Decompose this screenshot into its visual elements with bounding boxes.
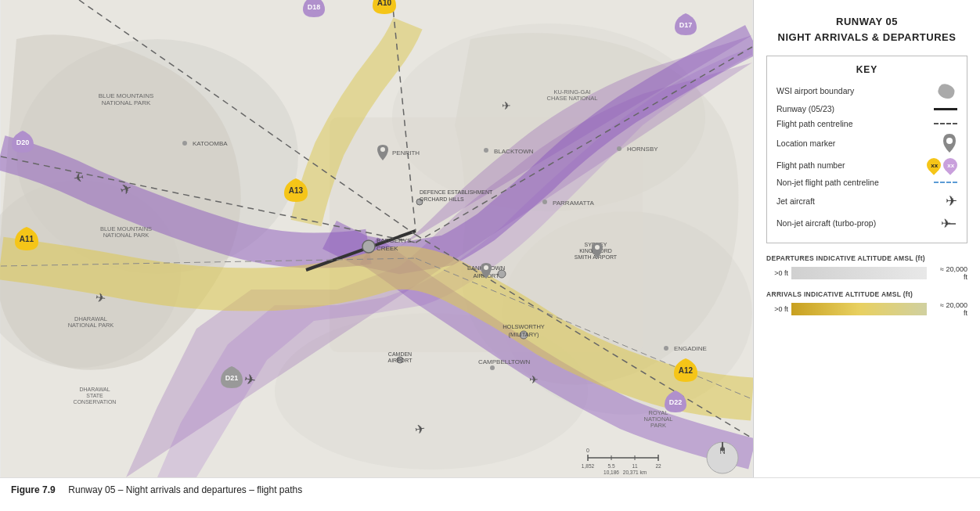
svg-text:CAMDEN: CAMDEN	[388, 351, 412, 357]
svg-point-98	[946, 138, 953, 144]
svg-text:11: 11	[632, 463, 638, 469]
svg-point-57	[484, 148, 488, 153]
key-icon-boundary	[918, 83, 957, 99]
svg-point-71	[484, 265, 488, 270]
figure-text: Runway 05 – Night arrivals and departure…	[68, 484, 302, 495]
key-icon-nonjet-centreline	[918, 182, 957, 183]
svg-text:PARRAMATTA: PARRAMATTA	[553, 200, 595, 207]
svg-text:22: 22	[655, 463, 661, 469]
arrivals-header: ARRIVALS INDICATIVE ALTITUDE AMSL (ft)	[766, 290, 967, 298]
departures-altitude: DEPARTURES INDICATIVE ALTITUDE AMSL (ft)…	[766, 254, 967, 282]
svg-point-53	[542, 200, 547, 204]
departures-header: DEPARTURES INDICATIVE ALTITUDE AMSL (ft)	[766, 254, 967, 262]
svg-text:ORCHARD HILLS: ORCHARD HILLS	[420, 196, 464, 202]
key-row-location: Location marker	[776, 134, 957, 153]
svg-text:ENGADINE: ENGADINE	[674, 345, 707, 352]
svg-text:0: 0	[586, 448, 589, 453]
svg-text:1,852: 1,852	[582, 463, 595, 469]
svg-text:D20: D20	[16, 139, 30, 146]
key-label-runway: Runway (05/23)	[776, 104, 918, 113]
arrivals-altitude: ARRIVALS INDICATIVE ALTITUDE AMSL (ft) >…	[766, 290, 967, 318]
svg-text:10,186: 10,186	[603, 470, 619, 475]
svg-text:(MILITARY): (MILITARY)	[509, 331, 539, 338]
departures-label-left: >0 ft	[766, 269, 788, 277]
svg-text:A11: A11	[20, 235, 34, 243]
key-row-boundary: WSI airport boundary	[776, 83, 957, 99]
key-icon-nonjet: ✈	[918, 215, 957, 231]
svg-text:STATE: STATE	[86, 393, 103, 398]
key-label-location: Location marker	[776, 139, 918, 148]
arrivals-label-right: ≈ 20,000ft	[930, 301, 967, 317]
svg-text:A10: A10	[377, 0, 392, 7]
arrivals-bar-row: >0 ft ≈ 20,000ft	[766, 301, 967, 317]
svg-text:HORNSBY: HORNSBY	[627, 146, 658, 153]
key-title: KEY	[776, 64, 957, 75]
svg-text:5.5: 5.5	[607, 463, 614, 469]
svg-point-61	[664, 346, 668, 351]
svg-text:NATIONAL PARK: NATIONAL PARK	[68, 322, 114, 329]
map-section: BADGERYS CREEK BANKSTOWN AIRPORT SYDNEY …	[0, 0, 753, 477]
svg-text:PARK: PARK	[650, 422, 666, 429]
svg-point-72	[595, 245, 600, 250]
panel-title-line1: RUNWAY 05	[766, 14, 967, 30]
departures-bar-row: >0 ft ≈ 20,000ft	[766, 265, 967, 281]
svg-text:D22: D22	[669, 398, 683, 406]
svg-text:CREEK: CREEK	[377, 245, 398, 252]
svg-point-55	[617, 146, 622, 151]
jet-icon: ✈	[946, 193, 957, 210]
arrivals-bar	[791, 303, 927, 315]
svg-text:AIRPORT: AIRPORT	[388, 358, 413, 363]
key-row-nonjet-centreline: Non-jet flight path centreline	[776, 178, 957, 187]
figure-label: Figure 7.9	[11, 484, 56, 495]
caption-row: Figure 7.9 Runway 05 – Night arrivals an…	[0, 477, 980, 502]
svg-point-59	[490, 365, 495, 370]
svg-text:NATIONAL PARK: NATIONAL PARK	[102, 99, 151, 106]
map-svg: BADGERYS CREEK BANKSTOWN AIRPORT SYDNEY …	[0, 0, 753, 477]
svg-text:D18: D18	[308, 3, 321, 11]
svg-text:NATIONAL PARK: NATIONAL PARK	[103, 232, 150, 239]
departures-label-right: ≈ 20,000ft	[930, 265, 967, 281]
key-icon-jet: ✈	[918, 193, 957, 210]
key-icon-centreline	[918, 123, 957, 124]
panel: RUNWAY 05 NIGHT ARRIVALS & DEPARTURES KE…	[753, 0, 980, 477]
arrivals-label-left: >0 ft	[766, 305, 788, 313]
departures-bar	[791, 267, 927, 279]
key-label-centreline: Flight path centreline	[776, 119, 918, 128]
key-row-fp-number: Flight path number xx xx	[776, 158, 957, 172]
svg-text:HOLSWORTHY: HOLSWORTHY	[503, 323, 545, 330]
svg-text:D17: D17	[679, 21, 693, 29]
svg-point-70	[380, 147, 385, 152]
key-icon-fp-numbers: xx xx	[918, 158, 957, 172]
key-icon-runway	[918, 108, 957, 110]
svg-text:A13: A13	[289, 186, 304, 195]
svg-text:A12: A12	[679, 366, 694, 375]
svg-text:CHASE NATIONAL: CHASE NATIONAL	[547, 95, 598, 102]
svg-text:BLUE MOUNTAINS: BLUE MOUNTAINS	[99, 92, 154, 99]
svg-text:D21: D21	[225, 374, 239, 382]
key-row-nonjet: Non-jet aircraft (turbo-prop) ✈	[776, 215, 957, 231]
svg-text:✈: ✈	[502, 99, 511, 112]
key-label-nonjet-centreline: Non-jet flight path centreline	[776, 178, 918, 187]
svg-text:CAMPBELLTOWN: CAMPBELLTOWN	[478, 358, 531, 365]
key-label-jet: Jet aircraft	[776, 196, 918, 206]
main-container: BADGERYS CREEK BANKSTOWN AIRPORT SYDNEY …	[0, 0, 980, 502]
panel-title: RUNWAY 05 NIGHT ARRIVALS & DEPARTURES	[766, 14, 967, 45]
key-label-fp-number: Flight path number	[776, 160, 918, 170]
panel-title-line2: NIGHT ARRIVALS & DEPARTURES	[766, 30, 967, 45]
svg-text:20,371 km: 20,371 km	[623, 470, 647, 475]
content-row: BADGERYS CREEK BANKSTOWN AIRPORT SYDNEY …	[0, 0, 980, 477]
key-label-nonjet: Non-jet aircraft (turbo-prop)	[776, 218, 918, 228]
svg-text:BLACKTOWN: BLACKTOWN	[494, 148, 534, 155]
key-row-runway: Runway (05/23)	[776, 104, 957, 113]
svg-text:DEFENCE ESTABLISHMENT: DEFENCE ESTABLISHMENT	[420, 189, 493, 195]
svg-point-51	[182, 141, 187, 146]
key-row-jet: Jet aircraft ✈	[776, 193, 957, 210]
svg-text:PENRITH: PENRITH	[392, 149, 420, 157]
svg-text:✈: ✈	[529, 373, 539, 386]
key-label-boundary: WSI airport boundary	[776, 86, 918, 95]
svg-text:BADGERYS: BADGERYS	[377, 237, 411, 244]
svg-text:CONSERVATION: CONSERVATION	[74, 399, 117, 405]
key-icon-location	[918, 134, 957, 153]
key-row-centreline: Flight path centreline	[776, 119, 957, 128]
svg-text:KATOOMBA: KATOOMBA	[193, 140, 228, 147]
